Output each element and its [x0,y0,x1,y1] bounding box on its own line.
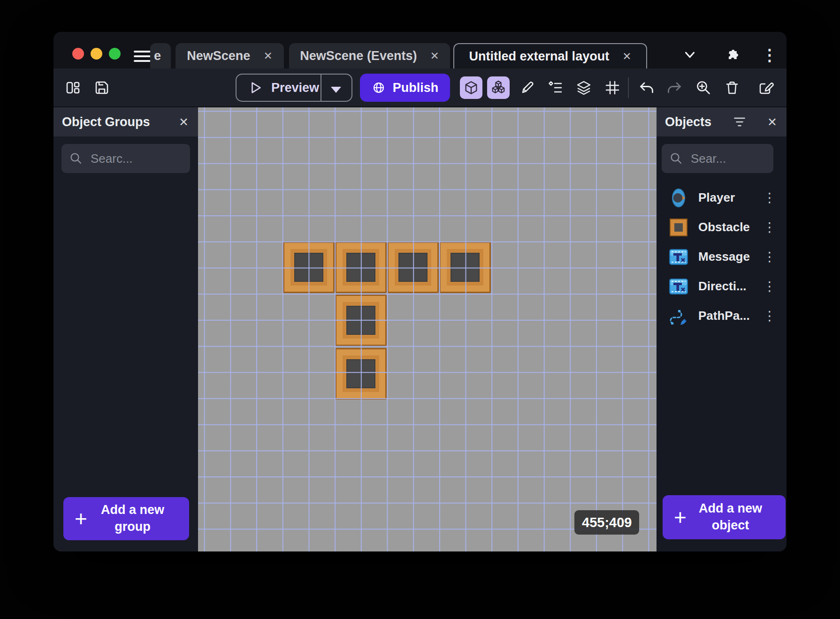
events-list-icon[interactable] [547,79,564,96]
kebab-menu-icon[interactable]: ⋮ [763,190,776,205]
objects-panel: Objects ✕ [657,107,787,551]
search-icon [69,151,83,166]
trash-icon[interactable] [724,79,741,96]
close-icon[interactable]: ✕ [263,50,272,62]
filter-icon[interactable] [732,114,747,129]
content-area: Object Groups ✕ + Add a newgroup 455;409 [53,107,787,551]
close-icon[interactable]: ✕ [179,115,189,129]
object-groups-search[interactable] [61,144,190,173]
add-group-label-line2: group [115,520,150,534]
object-label: PathPa... [698,309,750,323]
window-close-button[interactable] [72,48,84,60]
kebab-menu-icon[interactable]: ⋮ [763,249,776,264]
object-groups-panel: Object Groups ✕ + Add a newgroup [53,107,198,551]
add-object-label-line2: object [712,518,749,532]
tile-center-square [346,253,375,282]
tab-partial-label: e [154,49,161,63]
preview-button[interactable]: Preview [236,74,352,102]
object-label: Message [698,249,750,264]
grid-overlay [198,107,657,551]
obstacle-tile-instance[interactable] [283,242,335,293]
kebab-menu-icon[interactable]: ⋮ [763,308,776,324]
save-icon[interactable] [93,79,110,96]
objects-title: Objects [665,115,711,129]
cube-icon [463,80,479,96]
layers-icon[interactable] [575,79,592,96]
object-groups-header: Object Groups ✕ [53,107,198,136]
tile-center-square [346,306,375,335]
obstacle-tile-instance[interactable] [335,242,387,293]
kebab-menu-icon[interactable]: ⋮ [763,219,776,235]
obstacle-tile-instance[interactable] [335,348,387,400]
instances-mode-toggle[interactable] [487,76,510,99]
add-group-label-line1: Add a new [101,503,164,517]
kebab-menu-icon[interactable]: ⋮ [763,279,776,294]
zoom-in-icon[interactable] [695,79,712,96]
object-groups-title: Object Groups [62,115,150,129]
tile-center-square [294,253,323,282]
obstacle-tile-instance[interactable] [335,294,387,346]
publish-button[interactable]: Publish [360,74,450,102]
globe-icon [372,81,386,95]
extensions-puzzle-icon[interactable] [723,45,741,64]
objects-header: Objects ✕ [657,107,787,136]
window-zoom-button[interactable] [109,48,121,60]
object-groups-search-input[interactable] [90,151,183,166]
close-icon[interactable]: ✕ [430,50,439,62]
objects-list: Player ⋮ Obstacle ⋮ [657,183,787,331]
redo-icon[interactable] [666,79,683,96]
tab-label: NewScene (Events) [300,49,417,63]
add-group-button[interactable]: + Add a newgroup [63,497,189,540]
grid-icon[interactable] [604,79,621,96]
object-row-directions[interactable]: Directi... ⋮ [657,272,787,301]
add-object-label-line1: Add a new [699,501,762,515]
edit-objects-mode-toggle[interactable] [460,76,482,99]
preview-label: Preview [271,81,319,95]
publish-label: Publish [393,81,439,95]
tile-center-square [346,359,375,388]
tile-center-square [398,253,428,282]
more-options-icon[interactable]: ⋮ [760,45,779,64]
obstacle-tile-instance[interactable] [439,242,491,293]
tab-newscene-events[interactable]: NewScene (Events) ✕ [289,43,450,68]
object-row-obstacle[interactable]: Obstacle ⋮ [657,212,787,242]
objects-search[interactable] [662,144,773,173]
cursor-coordinates-badge: 455;409 [574,510,639,535]
plus-icon: + [674,506,687,528]
preview-split-divider [321,74,321,102]
close-icon[interactable]: ✕ [622,50,631,63]
pencil-edit-icon[interactable] [519,79,536,96]
tab-partial[interactable]: e [150,43,171,68]
object-row-message[interactable]: Message ⋮ [657,242,787,272]
object-row-player[interactable]: Player ⋮ [657,183,787,212]
path-paint-icon [668,306,689,326]
obstacle-tile-instance[interactable] [387,242,439,293]
tab-newscene[interactable]: NewScene ✕ [176,43,284,68]
objects-search-input[interactable] [690,151,766,166]
scene-properties-edit-icon[interactable] [757,79,774,96]
object-label: Obstacle [698,220,750,234]
cubes-stack-icon [490,80,506,96]
caret-down-icon[interactable] [331,87,341,93]
window-minimize-button[interactable] [91,48,102,60]
text-object-icon [668,247,689,267]
close-icon[interactable]: ✕ [767,115,777,129]
toolbar: Preview Publish [53,68,787,107]
scene-canvas[interactable]: 455;409 [198,107,657,551]
tab-label: Untitled external layout [469,49,610,64]
app-window: e NewScene ✕ NewScene (Events) ✕ Untitle… [53,32,787,551]
toolbar-divider [628,77,629,98]
obstacle-icon [668,217,689,238]
text-object-icon [668,276,689,297]
add-object-button[interactable]: + Add a newobject [663,495,786,539]
play-icon [249,81,263,95]
object-row-pathpaint[interactable]: PathPa... ⋮ [657,301,787,331]
tab-label: NewScene [187,49,250,63]
object-label: Directi... [698,279,747,294]
hamburger-menu-icon[interactable] [134,51,151,62]
undo-icon[interactable] [638,79,655,96]
chevron-down-icon[interactable] [680,45,699,64]
tile-center-square [451,253,480,282]
panels-layout-icon[interactable] [65,79,82,96]
tab-untitled-external-layout[interactable]: Untitled external layout ✕ [453,43,647,68]
